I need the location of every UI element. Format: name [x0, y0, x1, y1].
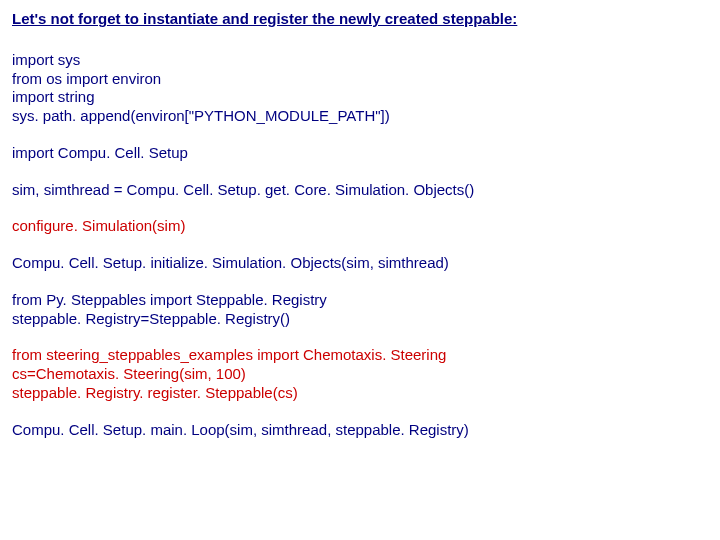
code-line: cs=Chemotaxis. Steering(sim, 100)	[12, 365, 708, 384]
code-line: steppable. Registry. register. Steppable…	[12, 384, 708, 403]
code-block: import Compu. Cell. Setup	[12, 144, 708, 163]
code-line: from steering_steppables_examples import…	[12, 346, 708, 365]
code-line: import sys	[12, 51, 708, 70]
code-line: import string	[12, 88, 708, 107]
code-block-imports: import sys from os import environ import…	[12, 51, 708, 126]
code-line: Compu. Cell. Setup. initialize. Simulati…	[12, 254, 708, 273]
code-line: sys. path. append(environ["PYTHON_MODULE…	[12, 107, 708, 126]
code-block: from Py. Steppables import Steppable. Re…	[12, 291, 708, 329]
code-block: Compu. Cell. Setup. main. Loop(sim, simt…	[12, 421, 708, 440]
code-line: from os import environ	[12, 70, 708, 89]
code-line: Compu. Cell. Setup. main. Loop(sim, simt…	[12, 421, 708, 440]
slide-title: Let's not forget to instantiate and regi…	[12, 10, 708, 29]
code-block: sim, simthread = Compu. Cell. Setup. get…	[12, 181, 708, 200]
code-line: steppable. Registry=Steppable. Registry(…	[12, 310, 708, 329]
code-line: configure. Simulation(sim)	[12, 217, 708, 236]
code-block-highlight: configure. Simulation(sim)	[12, 217, 708, 236]
code-block-highlight: from steering_steppables_examples import…	[12, 346, 708, 402]
code-line: import Compu. Cell. Setup	[12, 144, 708, 163]
code-block: Compu. Cell. Setup. initialize. Simulati…	[12, 254, 708, 273]
code-line: sim, simthread = Compu. Cell. Setup. get…	[12, 181, 708, 200]
code-line: from Py. Steppables import Steppable. Re…	[12, 291, 708, 310]
